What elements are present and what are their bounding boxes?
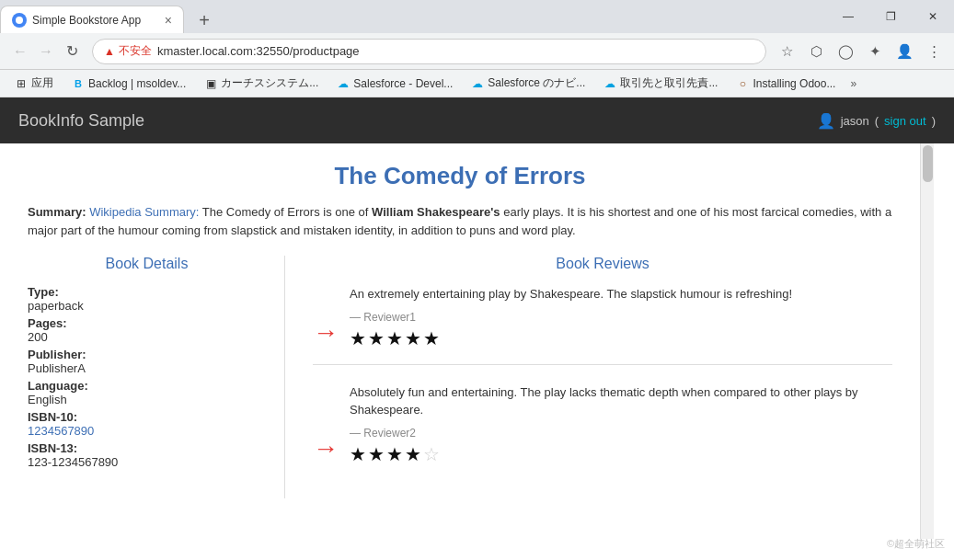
account-icon[interactable]: 👤 <box>891 39 917 64</box>
minimize-button[interactable]: — <box>827 0 869 33</box>
detail-language-value: English <box>28 393 67 406</box>
detail-isbn10-value[interactable]: 1234567890 <box>28 424 94 438</box>
detail-pages: Pages: 200 <box>28 316 266 344</box>
maximize-button[interactable]: ❐ <box>869 0 912 33</box>
bookmark-backlog[interactable]: B Backlog | msoldev... <box>64 75 193 92</box>
star-1-filled: ★ <box>350 328 368 349</box>
review-1-arrow-icon: → <box>313 318 339 348</box>
back-button[interactable]: ← <box>7 39 33 64</box>
star-3-filled: ★ <box>386 328 405 349</box>
tab-favicon <box>12 13 27 28</box>
main-content: The Comedy of Errors Summary: Wikipedia … <box>0 143 920 539</box>
url-text: kmaster.local.com:32550/productpage <box>157 44 360 58</box>
r2-star-5-empty: ☆ <box>423 444 442 464</box>
more-menu-icon[interactable]: ⋮ <box>921 39 947 64</box>
content-columns: Book Details Type: paperback Pages: 200 … <box>28 256 892 498</box>
tab-close-button[interactable]: × <box>165 13 172 28</box>
summary-text1: The Comedy of Errors is one of <box>202 205 372 219</box>
review-2-stars: ★★★★☆ <box>350 443 892 465</box>
book-title: The Comedy of Errors <box>28 162 892 190</box>
active-tab[interactable]: Simple Bookstore App × <box>0 6 184 33</box>
detail-isbn10: ISBN-10: 1234567890 <box>28 410 266 438</box>
app-header-title: BookInfo Sample <box>18 111 144 131</box>
forward-button[interactable]: → <box>33 39 59 64</box>
review-1-stars: ★★★★★ <box>350 327 892 349</box>
puzzle-icon[interactable]: ✦ <box>862 39 888 64</box>
scroll-thumb[interactable] <box>923 145 933 182</box>
bookmark-torihiki[interactable]: ☁ 取引先と取引先責... <box>596 74 725 93</box>
review-2-arrow: → <box>313 383 339 465</box>
detail-publisher: Publisher: PublisherA <box>28 348 266 375</box>
refresh-button[interactable]: ↻ <box>59 39 85 64</box>
scrollbar[interactable] <box>920 143 934 539</box>
bookmark-salesforce-dev[interactable]: ☁ Salesforce - Devel... <box>329 75 460 92</box>
r2-star-4: ★ <box>405 444 423 464</box>
close-button[interactable]: ✕ <box>912 0 954 33</box>
backlog-icon: B <box>72 77 85 90</box>
bookmark-star-icon[interactable]: ☆ <box>774 39 799 64</box>
new-tab-button[interactable]: + <box>191 7 217 33</box>
detail-isbn13-label: ISBN-13: <box>28 441 77 455</box>
odoo-icon: ○ <box>736 77 749 90</box>
svg-point-0 <box>16 17 23 24</box>
detail-language-label: Language: <box>28 379 88 393</box>
page-wrapper: The Comedy of Errors Summary: Wikipedia … <box>0 143 954 539</box>
user-info: 👤 jason ( sign out ) <box>817 112 936 130</box>
torihiki-icon: ☁ <box>603 77 616 90</box>
r2-star-3: ★ <box>386 444 405 464</box>
book-details-heading: Book Details <box>28 256 266 272</box>
r2-star-2: ★ <box>368 444 386 464</box>
detail-isbn13: ISBN-13: 123-1234567890 <box>28 441 266 469</box>
detail-publisher-label: Publisher: <box>28 348 86 361</box>
security-warning-text: 不安全 <box>119 43 152 59</box>
detail-isbn10-label: ISBN-10: <box>28 410 77 424</box>
review-1-arrow: → <box>313 285 339 349</box>
review-1-reviewer: — Reviewer1 <box>350 311 892 324</box>
detail-type-label: Type: <box>28 285 59 299</box>
review-2-reviewer: — Reviewer2 <box>350 427 892 440</box>
sign-out-link[interactable]: sign out <box>884 114 926 128</box>
summary-author: William Shakespeare's <box>372 205 500 219</box>
apps-icon: ⊞ <box>15 77 28 90</box>
book-details-panel: Book Details Type: paperback Pages: 200 … <box>28 256 285 498</box>
r2-star-1: ★ <box>350 444 368 464</box>
window-controls: — ❐ ✕ <box>827 0 954 33</box>
book-reviews-heading: Book Reviews <box>313 256 892 272</box>
nav-icons: ☆ ⬡ ◯ ✦ 👤 ⋮ <box>774 39 947 64</box>
bookmarks-more-button[interactable]: » <box>846 75 860 92</box>
circle-icon[interactable]: ◯ <box>833 39 858 64</box>
extension-icon[interactable]: ⬡ <box>803 39 829 64</box>
detail-pages-label: Pages: <box>28 316 67 330</box>
user-avatar-icon: 👤 <box>817 112 835 130</box>
detail-language: Language: English <box>28 379 266 406</box>
bookmark-kachi[interactable]: ▣ カーチスシステム... <box>197 74 326 93</box>
book-summary: Summary: Wikipedia Summary: The Comedy o… <box>28 203 892 239</box>
bookmark-salesforce-navi[interactable]: ☁ Salesforce のナビ... <box>464 74 592 93</box>
detail-type: Type: paperback <box>28 285 266 313</box>
user-separator-close: ) <box>932 114 936 128</box>
review-1: → An extremely entertaining play by Shak… <box>313 285 892 365</box>
bookmarks-bar: ⊞ 应用 B Backlog | msoldev... ▣ カーチスシステム..… <box>0 70 954 97</box>
bookmark-apps[interactable]: ⊞ 应用 <box>7 74 61 93</box>
review-2-text: Absolutely fun and entertaining. The pla… <box>350 383 892 419</box>
bookmark-odoo[interactable]: ○ Installing Odoo... <box>729 75 843 92</box>
review-2: → Absolutely fun and entertaining. The p… <box>313 383 892 480</box>
username: jason <box>841 114 869 128</box>
user-separator: ( <box>875 114 879 128</box>
star-5-filled: ★ <box>423 328 442 349</box>
address-bar[interactable]: ▲ 不安全 kmaster.local.com:32550/productpag… <box>92 39 766 64</box>
wikipedia-link[interactable]: Wikipedia Summary: <box>89 205 199 219</box>
nav-bar: ← → ↻ ▲ 不安全 kmaster.local.com:32550/prod… <box>0 33 954 70</box>
detail-publisher-value: PublisherA <box>28 361 86 375</box>
star-4-filled: ★ <box>405 328 423 349</box>
review-1-text: An extremely entertaining play by Shakes… <box>350 285 892 303</box>
app-header: BookInfo Sample 👤 jason ( sign out ) <box>0 97 954 143</box>
tab-title: Simple Bookstore App <box>32 14 157 27</box>
review-2-body: Absolutely fun and entertaining. The pla… <box>350 383 892 465</box>
detail-pages-value: 200 <box>28 330 48 344</box>
sf-navi-icon: ☁ <box>471 77 484 90</box>
review-1-body: An extremely entertaining play by Shakes… <box>350 285 892 349</box>
summary-label: Summary: <box>28 205 86 219</box>
review-2-arrow-icon: → <box>313 434 339 463</box>
kachi-icon: ▣ <box>204 77 217 90</box>
